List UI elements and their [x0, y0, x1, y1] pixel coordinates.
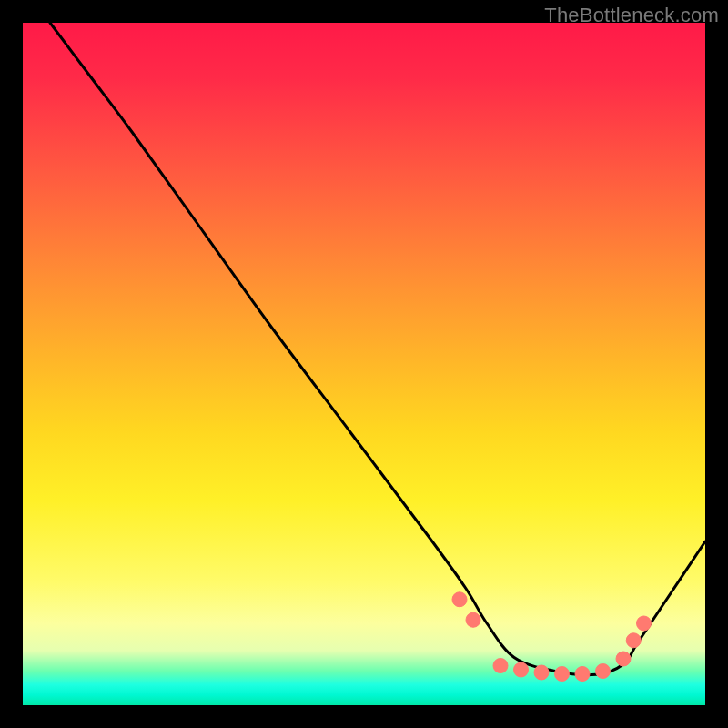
curve-marker: [616, 652, 631, 666]
marker-group: [452, 592, 652, 682]
curve-marker: [637, 616, 652, 631]
curve-marker: [575, 667, 590, 682]
curve-marker: [596, 664, 611, 679]
bottleneck-curve: [50, 23, 705, 675]
chart-frame: TheBottleneck.com: [0, 0, 728, 728]
curve-marker: [626, 633, 641, 648]
watermark-text: TheBottleneck.com: [544, 4, 719, 27]
curve-marker: [452, 592, 467, 607]
curve-marker: [493, 659, 508, 673]
curve-marker: [534, 665, 549, 680]
curve-layer: [23, 23, 705, 705]
curve-marker: [466, 612, 480, 627]
curve-marker: [555, 667, 570, 682]
curve-marker: [514, 662, 529, 677]
